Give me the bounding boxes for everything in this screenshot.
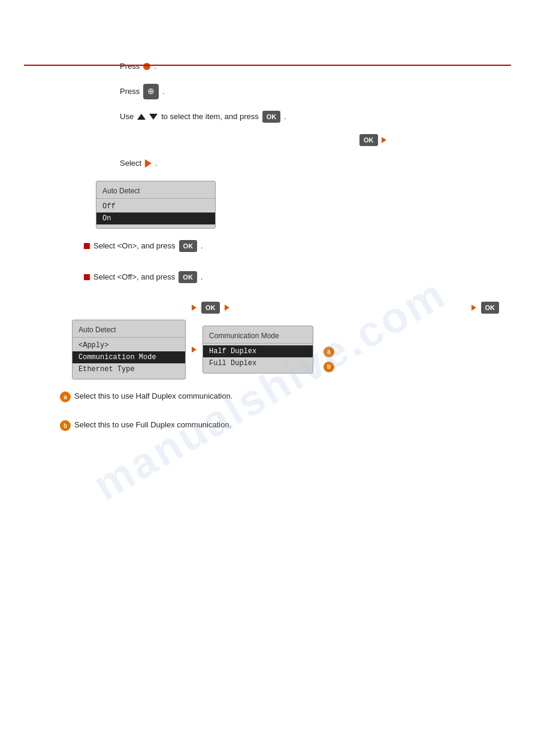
arrow-down-icon xyxy=(149,114,158,120)
menu-title-1: Auto Detect xyxy=(96,185,215,199)
nav-ok-2[interactable]: OK xyxy=(481,302,500,314)
auto-detect-menu-2: Auto Detect <Apply> Communication Mode E… xyxy=(72,320,186,379)
step2-text: Press xyxy=(120,85,140,98)
comm-mode-section: Communication Mode Half Duplex a Full Du… xyxy=(202,326,313,374)
step5-text: Select xyxy=(120,157,141,170)
bullet-2: Select <Off>, and press OK . xyxy=(36,271,499,284)
menu2-title: Auto Detect xyxy=(72,324,185,338)
nav-ok-1[interactable]: OK xyxy=(201,302,220,314)
menu2-item-eth-type[interactable]: Ethernet Type xyxy=(72,363,185,375)
bullet-1: Select <On>, and press OK . xyxy=(36,239,499,253)
red-divider xyxy=(24,65,511,66)
arrow-between-menus xyxy=(192,347,197,353)
arrow-up-icon xyxy=(137,114,146,120)
ok-button-1[interactable]: OK xyxy=(262,111,281,123)
step1-desc: . xyxy=(154,60,156,73)
ok-button-4[interactable]: OK xyxy=(179,271,197,283)
menu-item-off[interactable]: Off xyxy=(96,201,215,212)
nav-arrow-2 xyxy=(225,305,229,311)
step1-text: Press xyxy=(120,60,140,73)
bullet2-text: Select <Off>, and press xyxy=(93,271,175,284)
step5-triangle-icon xyxy=(145,159,152,168)
step-1: Press . xyxy=(36,60,499,73)
step3-end: . xyxy=(284,110,286,123)
step-4: OK xyxy=(36,134,499,146)
step1-icon xyxy=(143,63,150,70)
bottom-menus: Auto Detect <Apply> Communication Mode E… xyxy=(72,320,499,379)
bullet2-icon xyxy=(84,274,90,280)
comm-item-half-duplex[interactable]: Half Duplex a xyxy=(203,345,313,357)
menu2-item-apply[interactable]: <Apply> xyxy=(72,339,185,351)
nav-arrow-3 xyxy=(471,305,476,311)
menu2-item-comm-mode[interactable]: Communication Mode xyxy=(72,351,185,363)
nav-arrow-1 xyxy=(192,305,197,311)
annotation-a-badge: a xyxy=(60,391,71,402)
bullet1-end: . xyxy=(201,239,203,253)
badge-a: a xyxy=(324,347,334,357)
annotation-b-badge: b xyxy=(60,420,71,431)
comm-mode-title: Communication Mode xyxy=(203,330,313,344)
ok-button-2[interactable]: OK xyxy=(359,134,378,146)
step3-middle: to select the item, and press xyxy=(161,110,259,123)
step-3: Use to select the item, and press OK . xyxy=(36,110,499,123)
annotation-b: b Select this to use Full Duplex communi… xyxy=(60,420,499,431)
auto-detect-menu-1: Auto Detect Off On xyxy=(96,181,499,229)
step3-intro: Use xyxy=(120,110,134,123)
annotation-b-text: Select this to use Full Duplex communica… xyxy=(74,420,231,429)
badge-b: b xyxy=(324,362,334,372)
step2-search-icon: ⊕ xyxy=(143,84,159,99)
step5-desc: . xyxy=(155,157,158,170)
annotation-a: a Select this to use Half Duplex communi… xyxy=(60,391,499,402)
bullet2-end: . xyxy=(201,271,203,284)
step2-desc: . xyxy=(162,85,165,98)
annotation-a-text: Select this to use Half Duplex communica… xyxy=(74,391,232,400)
comm-item-full-duplex[interactable]: Full Duplex b xyxy=(203,357,313,369)
step-5: Select . xyxy=(36,157,499,170)
comm-mode-menu: Communication Mode Half Duplex a Full Du… xyxy=(202,326,313,374)
ok-button-3[interactable]: OK xyxy=(179,240,198,252)
bullet1-text: Select <On>, and press xyxy=(93,239,176,253)
arrow-right-icon-1 xyxy=(382,137,386,143)
bullet1-icon xyxy=(84,243,90,249)
nav-line: OK OK xyxy=(36,302,499,314)
page-container: manualshive.com Press . Press ⊕ . Use to… xyxy=(0,0,535,459)
step-2: Press ⊕ . xyxy=(36,84,499,99)
menu-item-on[interactable]: On xyxy=(96,212,215,224)
